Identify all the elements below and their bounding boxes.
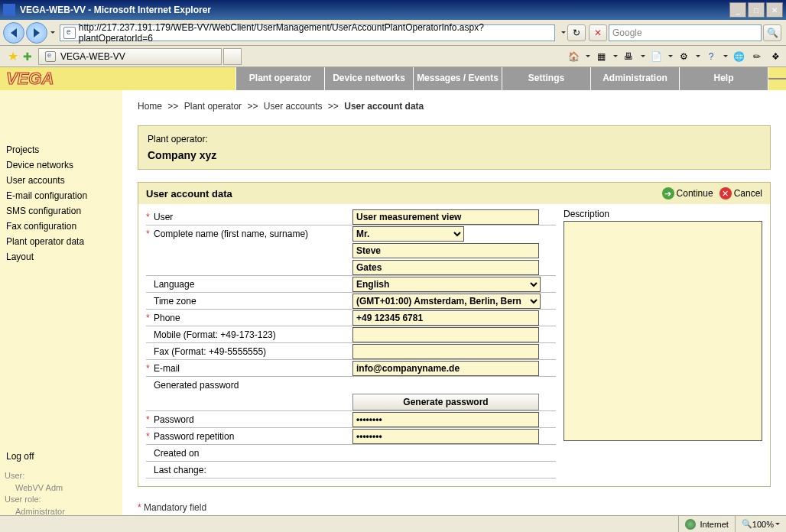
- label-complete-name: Complete name (first name, surname): [154, 227, 352, 241]
- form-column: *User *Complete name (first name, surnam…: [146, 209, 556, 478]
- close-button[interactable]: ✕: [766, 2, 783, 18]
- mobile-input[interactable]: [352, 327, 539, 342]
- nav-menu-icon[interactable]: [768, 67, 786, 90]
- sidebar-item-email-config[interactable]: E-mail configuration: [5, 188, 118, 203]
- search-placeholder: Google: [612, 28, 642, 38]
- label-timezone: Time zone: [154, 294, 352, 308]
- breadcrumb-plant-operator[interactable]: Plant operator: [184, 101, 242, 112]
- refresh-button[interactable]: ↻: [567, 24, 586, 41]
- url-dropdown-icon[interactable]: [561, 31, 566, 34]
- phone-input[interactable]: [352, 310, 539, 326]
- section-body: *User *Complete name (first name, surnam…: [138, 204, 770, 486]
- feeds-dropdown-icon[interactable]: [613, 55, 618, 57]
- svg-text:VEGA: VEGA: [6, 70, 54, 87]
- nav-plant-operator[interactable]: Plant operator: [235, 67, 324, 90]
- nav-settings[interactable]: Settings: [502, 67, 590, 90]
- surname-input[interactable]: [352, 260, 539, 275]
- section-header: User account data ➔ Continue ✕ Cancel: [138, 183, 770, 204]
- nav-administration[interactable]: Administration: [590, 67, 679, 90]
- label-phone: Phone: [154, 311, 352, 325]
- window-controls: _ □ ✕: [729, 2, 783, 18]
- salutation-select[interactable]: Mr.: [352, 226, 464, 242]
- label-email: E-mail: [154, 362, 352, 375]
- addon-misc-icon[interactable]: ❖: [768, 50, 783, 63]
- page-dropdown-icon[interactable]: [668, 55, 673, 57]
- addon-edit-icon[interactable]: ✏: [749, 50, 765, 63]
- label-password-repeat: Password repetition: [154, 430, 352, 443]
- label-fax: Fax (Format: +49-5555555): [154, 345, 352, 358]
- nav-history-dropdown-icon[interactable]: [50, 31, 55, 34]
- sidebar-item-fax-config[interactable]: Fax configuration: [5, 219, 118, 234]
- fax-input[interactable]: [352, 344, 539, 359]
- label-password: Password: [154, 413, 352, 427]
- role-label: User role:: [5, 495, 41, 504]
- sidebar-item-layout[interactable]: Layout: [5, 249, 118, 264]
- forward-button[interactable]: [26, 22, 47, 44]
- content-area: VEGA Plant operator Device networks Mess…: [0, 67, 786, 515]
- zoom-label: 100%: [752, 520, 774, 529]
- home-icon[interactable]: 🏠: [566, 50, 581, 63]
- search-box[interactable]: Google: [609, 24, 762, 41]
- description-textarea[interactable]: [564, 221, 762, 441]
- home-dropdown-icon[interactable]: [586, 55, 590, 57]
- help-dropdown-icon[interactable]: [723, 55, 728, 57]
- stop-button[interactable]: ✕: [589, 24, 607, 41]
- password-input[interactable]: [352, 412, 539, 427]
- sidebar-item-user-accounts[interactable]: User accounts: [5, 173, 118, 188]
- tab-title: VEGA-WEB-VV: [60, 51, 125, 62]
- main-content: Home >> Plant operator >> User accounts …: [122, 90, 786, 515]
- first-name-input[interactable]: [352, 243, 539, 258]
- browser-tab[interactable]: VEGA-WEB-VV: [38, 48, 222, 65]
- address-url: http://217.237.191.179/WEB-VV/WebClient/…: [79, 22, 551, 44]
- nav-device-networks[interactable]: Device networks: [324, 67, 413, 90]
- sidebar-user-info: User: WebVV Adm User role: Administrator: [5, 470, 118, 515]
- maximize-button[interactable]: □: [748, 2, 765, 18]
- status-zoom[interactable]: 🔍 100%: [735, 516, 786, 532]
- minimize-button[interactable]: _: [729, 2, 746, 18]
- language-select[interactable]: English: [352, 277, 541, 292]
- new-tab-button[interactable]: [223, 48, 242, 65]
- print-icon[interactable]: 🖶: [621, 50, 636, 63]
- forward-arrow-icon: [34, 28, 40, 37]
- back-button[interactable]: [3, 22, 24, 44]
- continue-button[interactable]: ➔ Continue: [662, 187, 713, 200]
- search-button[interactable]: 🔍: [763, 24, 781, 41]
- user-input[interactable]: [352, 209, 539, 225]
- address-bar[interactable]: http://217.237.191.179/WEB-VV/WebClient/…: [60, 24, 555, 41]
- nav-messages-events[interactable]: Messages / Events: [413, 67, 502, 90]
- email-input[interactable]: [352, 361, 539, 376]
- favorites-icon[interactable]: ★: [8, 49, 18, 63]
- sidebar-item-plant-operator-data[interactable]: Plant operator data: [5, 234, 118, 249]
- cancel-icon: ✕: [719, 187, 732, 200]
- tools-icon[interactable]: ⚙: [676, 50, 691, 63]
- continue-icon: ➔: [662, 187, 674, 200]
- continue-label: Continue: [677, 188, 713, 199]
- label-description: Description: [564, 209, 762, 221]
- sidebar-logoff[interactable]: Log off: [5, 449, 118, 464]
- addon-globe-icon[interactable]: 🌐: [731, 50, 746, 63]
- tools-dropdown-icon[interactable]: [696, 55, 700, 57]
- feeds-icon[interactable]: ▦: [593, 50, 609, 63]
- nav-help[interactable]: Help: [679, 67, 768, 90]
- page-menu-icon[interactable]: 📄: [648, 50, 664, 63]
- password-repeat-input[interactable]: [352, 429, 539, 444]
- print-dropdown-icon[interactable]: [641, 55, 645, 57]
- mandatory-note: * Mandatory field: [138, 502, 771, 513]
- breadcrumb-user-accounts[interactable]: User accounts: [264, 101, 323, 112]
- app-nav-tabs: Plant operator Device networks Messages …: [235, 67, 768, 90]
- sidebar-item-projects[interactable]: Projects: [5, 142, 118, 157]
- help-icon[interactable]: ?: [703, 50, 719, 63]
- add-favorite-icon[interactable]: ✚: [23, 50, 32, 63]
- logo-cell: VEGA: [0, 67, 235, 90]
- ie-app-icon: [3, 4, 15, 16]
- window-title: VEGA-WEB-VV - Microsoft Internet Explore…: [20, 5, 729, 15]
- generate-password-button[interactable]: Generate password: [352, 394, 539, 410]
- cancel-button[interactable]: ✕ Cancel: [719, 187, 762, 200]
- tab-page-icon: [45, 51, 56, 62]
- internet-zone-icon: [685, 519, 696, 530]
- vega-logo: VEGA: [6, 70, 83, 87]
- sidebar-item-sms-config[interactable]: SMS configuration: [5, 203, 118, 219]
- sidebar-item-device-networks[interactable]: Device networks: [5, 157, 118, 173]
- breadcrumb-home[interactable]: Home: [138, 101, 162, 112]
- timezone-select[interactable]: (GMT+01:00) Amsterdam, Berlin, Bern: [352, 294, 541, 309]
